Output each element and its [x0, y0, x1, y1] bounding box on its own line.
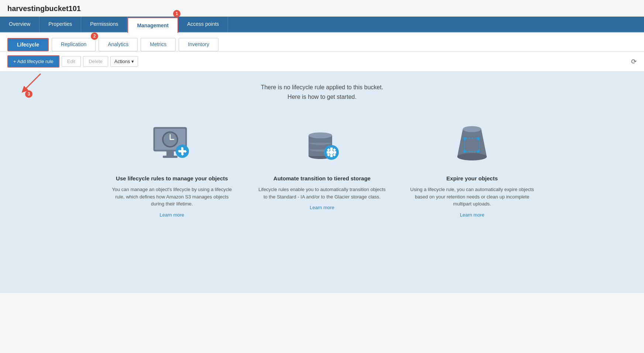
feature-card-expire-objects: Expire your objects Using a lifecycle ru…	[401, 116, 544, 225]
toolbar: + Add lifecycle rule 3 Edit Delete Actio…	[0, 52, 644, 72]
add-lifecycle-rule-button[interactable]: + Add lifecycle rule	[7, 55, 59, 68]
svg-point-28	[329, 150, 334, 155]
feature-card-tiered-desc: Lifecycle rules enable you to automatica…	[258, 186, 386, 200]
svg-point-11	[180, 149, 184, 153]
annotation-2: 2	[91, 32, 98, 40]
subtab-metrics[interactable]: Metrics	[141, 38, 176, 51]
expire-objects-icon	[446, 124, 498, 168]
top-tab-bar: Overview Properties Permissions Manageme…	[0, 17, 644, 33]
tab-management[interactable]: Management 1	[127, 17, 178, 33]
expire-objects-learn-more-link[interactable]: Learn more	[460, 212, 484, 218]
lifecycle-learn-more-link[interactable]: Learn more	[160, 212, 184, 218]
delete-button[interactable]: Delete	[83, 56, 108, 67]
sub-tab-bar: Lifecycle Replication 2 Analytics Metric…	[7, 38, 637, 51]
subtab-inventory[interactable]: Inventory	[179, 38, 218, 51]
tiered-storage-icon-area	[296, 124, 348, 168]
svg-rect-43	[477, 150, 479, 153]
svg-rect-29	[330, 148, 333, 150]
feature-card-tiered-title: Automate transition to tiered storage	[273, 175, 371, 181]
svg-rect-4	[166, 151, 174, 156]
add-button-wrapper: + Add lifecycle rule 3	[7, 55, 59, 68]
svg-rect-41	[477, 137, 479, 140]
actions-dropdown-button[interactable]: Actions ▾	[110, 56, 138, 67]
empty-state-message: There is no lifecycle rule applied to th…	[7, 83, 637, 101]
svg-rect-40	[464, 137, 466, 140]
main-content: There is no lifecycle rule applied to th…	[0, 72, 644, 293]
feature-card-tiered-storage: Automate transition to tiered storage Li…	[251, 116, 393, 218]
subtab-replication[interactable]: Replication 2	[52, 38, 96, 51]
edit-button[interactable]: Edit	[62, 56, 81, 67]
refresh-icon: ⟳	[631, 58, 637, 65]
arrow-annotation-3: 3	[18, 70, 48, 100]
svg-rect-32	[334, 151, 336, 154]
subtab-analytics[interactable]: Analytics	[99, 38, 138, 51]
feature-card-lifecycle-desc: You can manage an object's lifecycle by …	[108, 186, 236, 208]
svg-rect-31	[327, 151, 329, 154]
annotation-3: 3	[25, 90, 32, 98]
feature-card-expire-title: Expire your objects	[447, 175, 498, 181]
tab-permissions[interactable]: Permissions	[81, 17, 127, 32]
annotation-1: 1	[173, 10, 180, 17]
expire-objects-icon-area	[446, 124, 498, 168]
lifecycle-icon-area	[146, 124, 198, 168]
feature-card-lifecycle: Use lifecycle rules to manage your objec…	[101, 116, 244, 225]
tab-overview[interactable]: Overview	[0, 17, 39, 32]
feature-card-expire-desc: Using a lifecycle rule, you can automati…	[408, 186, 536, 208]
tiered-storage-icon	[296, 124, 348, 168]
feature-card-lifecycle-title: Use lifecycle rules to manage your objec…	[116, 175, 228, 181]
page-title: harvestingbucket101	[7, 4, 637, 17]
svg-point-37	[463, 126, 481, 132]
svg-rect-42	[464, 150, 466, 153]
svg-rect-5	[163, 156, 178, 158]
tab-access-points[interactable]: Access points	[178, 17, 228, 32]
svg-point-26	[309, 132, 332, 138]
tiered-storage-learn-more-link[interactable]: Learn more	[310, 205, 334, 210]
refresh-button[interactable]: ⟳	[631, 58, 637, 66]
subtab-lifecycle[interactable]: Lifecycle	[7, 38, 49, 51]
tab-properties[interactable]: Properties	[39, 17, 81, 32]
svg-line-1	[24, 74, 41, 90]
svg-rect-30	[330, 155, 333, 157]
feature-cards-container: Use lifecycle rules to manage your objec…	[101, 116, 544, 225]
page-header: harvestingbucket101	[0, 0, 644, 17]
lifecycle-rules-icon	[146, 124, 198, 168]
svg-point-38	[457, 153, 487, 160]
sub-section: Lifecycle Replication 2 Analytics Metric…	[0, 33, 644, 52]
